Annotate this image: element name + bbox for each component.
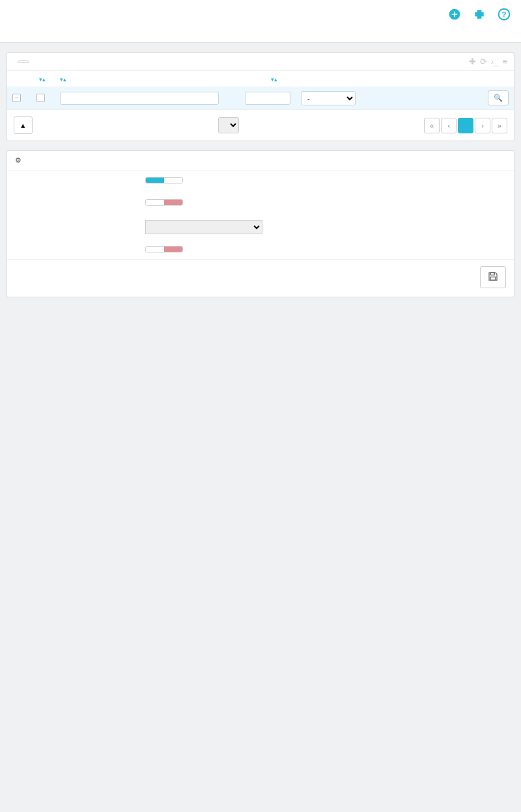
add-new-tax-button[interactable] — [448, 8, 461, 23]
recommended-modules-button[interactable] — [473, 8, 486, 23]
help-icon: ? — [498, 8, 511, 21]
enable-tax-label — [15, 176, 145, 178]
based-on-label — [15, 220, 145, 223]
panel-tools: ✚ ⟳ ›_ ≡ — [469, 57, 507, 66]
enable-tax-toggle[interactable] — [145, 177, 183, 183]
plus-circle-icon — [448, 8, 461, 21]
count-badge — [18, 61, 29, 63]
list-icon[interactable]: ≡ — [502, 57, 507, 66]
svg-rect-3 — [490, 273, 494, 275]
export-icon[interactable]: ›_ — [491, 57, 499, 66]
display-cart-label — [15, 198, 145, 200]
filter-rate[interactable] — [245, 92, 290, 105]
refresh-icon[interactable]: ⟳ — [480, 57, 487, 66]
bulk-actions-button[interactable]: ▴ — [14, 116, 33, 134]
page-prev[interactable]: ‹ — [441, 118, 457, 133]
select-none[interactable]: − — [12, 94, 21, 102]
help-button[interactable]: ? — [498, 8, 511, 23]
add-icon[interactable]: ✚ — [469, 57, 476, 66]
puzzle-icon — [473, 8, 486, 21]
col-rate[interactable]: ▾▴ — [224, 71, 296, 87]
page-1[interactable] — [458, 118, 473, 133]
display-cart-toggle[interactable] — [145, 199, 183, 206]
search-button[interactable]: 🔍 — [488, 90, 509, 105]
col-id[interactable]: ▾▴ — [26, 71, 55, 87]
save-button[interactable] — [480, 266, 506, 288]
svg-rect-4 — [490, 277, 496, 280]
based-on-select[interactable] — [145, 220, 262, 234]
filter-name[interactable] — [60, 92, 219, 105]
page-first[interactable]: « — [424, 118, 440, 133]
save-icon — [487, 271, 499, 282]
filter-active[interactable]: - — [301, 91, 356, 105]
col-name[interactable]: ▾▴ — [55, 71, 224, 87]
options-title: ⚙ — [7, 151, 514, 170]
select-all-checkbox[interactable] — [36, 94, 45, 102]
page-next[interactable]: › — [475, 118, 490, 133]
ecotax-label — [15, 245, 145, 247]
ecotax-toggle[interactable] — [145, 246, 183, 252]
svg-text:?: ? — [501, 10, 506, 18]
per-page-select[interactable] — [218, 117, 239, 133]
page-last[interactable]: » — [492, 118, 507, 133]
col-active — [296, 71, 361, 87]
